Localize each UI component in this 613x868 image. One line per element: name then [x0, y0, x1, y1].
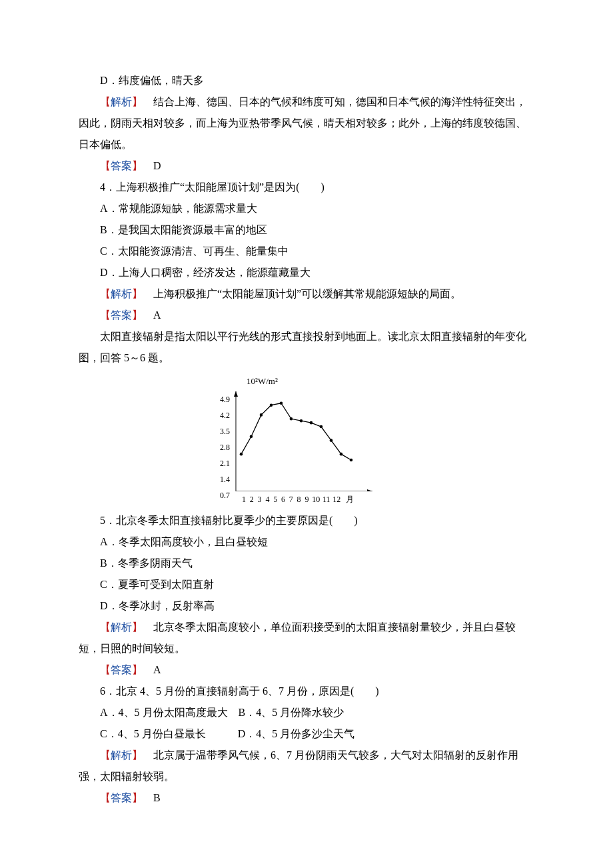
q5-answer: 【答案】 A	[79, 659, 534, 681]
chart-yticks: 4.9 4.2 3.5 2.8 2.1 1.4 0.7	[220, 391, 233, 491]
q6-options-row1: A．4、5 月份太阳高度最大 B．4、5 月份降水较少	[79, 702, 534, 723]
q3-option-d: D．纬度偏低，晴天多	[79, 70, 534, 91]
xtick: 12	[332, 491, 340, 507]
q6-stem: 6．北京 4、5 月份的直接辐射高于 6、7 月份，原因是( )	[79, 681, 534, 702]
analysis-bracket: 【	[100, 749, 111, 761]
q5-option-a: A．冬季太阳高度较小，且白昼较短	[79, 531, 534, 553]
analysis-label: 解析	[111, 749, 132, 761]
chart-xticks: 1 2 3 4 5 6 7 8 9 10 11 12 月	[240, 491, 381, 507]
q6-options-row2: C．4、5 月份白昼最长 D．4、5 月份多沙尘天气	[79, 723, 534, 745]
answer-bracket: 】	[132, 160, 143, 171]
answer-label: 答案	[111, 664, 132, 675]
xtick: 3	[257, 491, 263, 507]
svg-point-8	[300, 419, 303, 423]
answer-label: 答案	[111, 792, 132, 803]
q3-answer-text: D	[143, 160, 161, 171]
xtick: 9	[304, 491, 309, 507]
q5-analysis: 【解析】 北京冬季太阳高度较小，单位面积接受到的太阳直接辐射量较少，并且白昼较短…	[79, 617, 534, 659]
q6-option-c: C．4、5 月份白昼最长	[100, 728, 206, 739]
q6-analysis-text: 北京属于温带季风气候，6、7 月份阴雨天气较多，大气对太阳辐射的反射作用强，太阳…	[79, 749, 518, 782]
q6-answer-text: B	[143, 792, 161, 803]
ytick: 1.4	[220, 471, 230, 487]
xtick: 6	[281, 491, 286, 507]
q4-answer: 【答案】 A	[79, 305, 534, 326]
q4-option-d: D．上海人口稠密，经济发达，能源蕴藏量大	[79, 262, 534, 283]
svg-point-12	[340, 453, 343, 456]
svg-point-4	[260, 413, 263, 417]
ytick: 2.1	[220, 455, 230, 471]
svg-point-13	[350, 459, 353, 462]
q3-answer: 【答案】 D	[79, 155, 534, 177]
q4-option-b: B．是我国太阳能资源最丰富的地区	[79, 219, 534, 241]
ytick: 3.5	[220, 423, 230, 439]
answer-bracket: 】	[132, 309, 143, 321]
svg-point-3	[250, 435, 253, 438]
q4-option-c: C．太阳能资源清洁、可再生、能量集中	[79, 241, 534, 262]
q5-analysis-text: 北京冬季太阳高度较小，单位面积接受到的太阳直接辐射量较少，并且白昼较短，日照的时…	[79, 621, 516, 654]
chart-ylabel: 10²W/m²	[247, 373, 393, 390]
q5-answer-text: A	[143, 664, 161, 675]
q4-answer-text: A	[143, 309, 161, 321]
xtick: 11	[322, 491, 330, 507]
ytick: 4.2	[220, 407, 230, 423]
answer-bracket: 】	[132, 664, 143, 675]
q6-option-d: D．4、5 月份多沙尘天气	[238, 728, 355, 739]
analysis-bracket: 【	[100, 621, 111, 633]
chart-container: 10²W/m² 4.9 4.2 3.5 2.8 2.1 1.4 0.7	[79, 373, 534, 507]
xtick: 1	[241, 491, 247, 507]
xtick: 8	[297, 491, 302, 507]
xtick: 4	[265, 491, 270, 507]
ytick: 0.7	[220, 487, 230, 503]
answer-bracket: 【	[100, 792, 111, 803]
svg-point-7	[290, 417, 293, 421]
ytick: 4.9	[220, 391, 230, 407]
q3-analysis: 【解析】 结合上海、德国、日本的气候和纬度可知，德国和日本气候的海洋性特征突出，…	[79, 91, 534, 155]
q6-option-b: B．4、5 月份降水较少	[239, 707, 344, 718]
svg-point-10	[320, 425, 323, 429]
answer-label: 答案	[111, 160, 132, 171]
chart-svg	[233, 391, 372, 491]
analysis-label: 解析	[111, 96, 132, 107]
svg-point-2	[240, 453, 243, 456]
passage-5-6: 太阳直接辐射是指太阳以平行光线的形式直接投射到地面上。读北京太阳直接辐射的年变化…	[79, 326, 534, 369]
q6-answer: 【答案】 B	[79, 787, 534, 809]
svg-point-6	[280, 401, 283, 405]
analysis-bracket: 】	[132, 749, 143, 761]
xtick: 5	[273, 491, 278, 507]
answer-bracket: 【	[100, 160, 111, 171]
q4-analysis-text: 上海积极推广“太阳能屋顶计划”可以缓解其常规能源短缺的局面。	[143, 288, 461, 299]
q3-analysis-text: 结合上海、德国、日本的气候和纬度可知，德国和日本气候的海洋性特征突出，因此，阴雨…	[79, 96, 526, 150]
ytick: 2.8	[220, 439, 230, 455]
answer-bracket: 】	[132, 792, 143, 803]
q4-analysis: 【解析】 上海积极推广“太阳能屋顶计划”可以缓解其常规能源短缺的局面。	[79, 283, 534, 305]
analysis-bracket: 【	[100, 288, 111, 299]
answer-bracket: 【	[100, 309, 111, 321]
q5-option-c: C．夏季可受到太阳直射	[79, 574, 534, 595]
line-chart: 10²W/m² 4.9 4.2 3.5 2.8 2.1 1.4 0.7	[220, 373, 393, 507]
q5-option-b: B．冬季多阴雨天气	[79, 553, 534, 574]
q6-option-a: A．4、5 月份太阳高度最大	[100, 707, 228, 718]
chart-xunit: 月	[346, 491, 354, 507]
answer-bracket: 【	[100, 664, 111, 675]
document-page: D．纬度偏低，晴天多 【解析】 结合上海、德国、日本的气候和纬度可知，德国和日本…	[0, 0, 613, 868]
svg-point-9	[310, 421, 313, 425]
q5-stem: 5．北京冬季太阳直接辐射比夏季少的主要原因是( )	[79, 510, 534, 531]
xtick: 2	[249, 491, 255, 507]
analysis-bracket: 【	[100, 96, 111, 107]
q4-stem: 4．上海积极推广“太阳能屋顶计划”是因为( )	[79, 177, 534, 198]
svg-point-5	[270, 403, 273, 407]
svg-point-11	[330, 439, 333, 442]
analysis-bracket: 】	[132, 288, 143, 299]
q4-option-a: A．常规能源短缺，能源需求量大	[79, 198, 534, 219]
xtick: 7	[289, 491, 294, 507]
q6-analysis: 【解析】 北京属于温带季风气候，6、7 月份阴雨天气较多，大气对太阳辐射的反射作…	[79, 745, 534, 787]
analysis-bracket: 】	[132, 621, 143, 633]
q5-option-d: D．冬季冰封，反射率高	[79, 595, 534, 617]
analysis-label: 解析	[111, 288, 132, 299]
xtick: 10	[312, 491, 320, 507]
analysis-label: 解析	[111, 621, 132, 633]
answer-label: 答案	[111, 309, 132, 321]
analysis-bracket: 】	[132, 96, 143, 107]
